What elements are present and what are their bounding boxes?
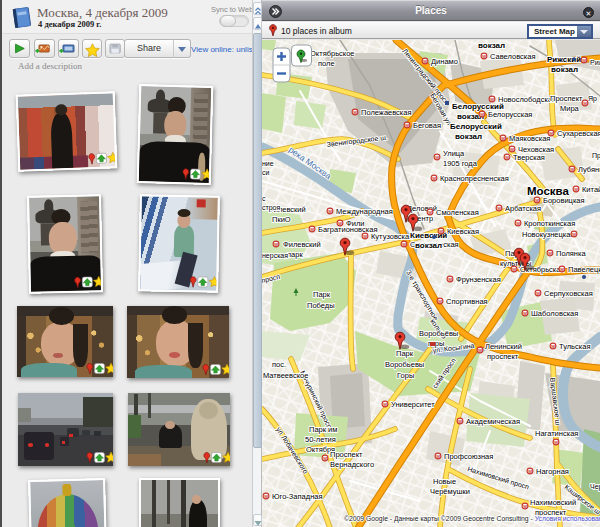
svg-text:Савеловская: Савеловская bbox=[490, 52, 535, 61]
svg-text:Юго-Западная: Юго-Западная bbox=[272, 492, 323, 501]
svg-text:Фрунзенская: Фрунзенская bbox=[456, 275, 501, 284]
svg-text:Парк: Парк bbox=[396, 349, 414, 358]
svg-text:Новокузнецкая: Новокузнецкая bbox=[522, 230, 575, 239]
svg-text:Улица: Улица bbox=[443, 149, 465, 158]
svg-text:парк: парк bbox=[287, 250, 303, 259]
svg-text:Победы: Победы bbox=[307, 301, 335, 310]
svg-text:строя: строя bbox=[262, 204, 280, 212]
svg-text:нерская: нерская bbox=[262, 252, 288, 260]
svg-text:Черёмушки: Черёмушки bbox=[430, 487, 470, 496]
svg-text:ПкиО: ПкиО bbox=[272, 215, 291, 224]
svg-text:си: си bbox=[262, 169, 270, 176]
svg-text:Спортивная: Спортивная bbox=[446, 297, 488, 306]
svg-text:Мира: Мира bbox=[560, 104, 580, 113]
svg-text:Динамо: Динамо bbox=[431, 57, 458, 66]
svg-text:Белорусский: Белорусский bbox=[452, 102, 504, 111]
svg-text:Тульская: Тульская bbox=[559, 342, 590, 351]
svg-text:Москва: Москва bbox=[527, 185, 570, 197]
svg-text:Белорусская: Белорусская bbox=[488, 110, 532, 119]
svg-text:Чер: Чер bbox=[590, 483, 600, 491]
svg-text:Октябрьское: Октябрьское bbox=[310, 49, 355, 58]
svg-text:Китай: Китай bbox=[582, 185, 600, 194]
svg-text:Кропоткинская: Кропоткинская bbox=[524, 219, 575, 228]
svg-text:Пр: Пр bbox=[592, 152, 600, 160]
svg-text:пос.: пос. bbox=[272, 360, 286, 369]
svg-text:Арбатская: Арбатская bbox=[505, 204, 541, 213]
svg-text:Лубянк: Лубянк bbox=[578, 165, 600, 174]
svg-text:50-летия: 50-летия bbox=[305, 435, 336, 444]
svg-text:Нагорная: Нагорная bbox=[536, 467, 569, 476]
svg-text:Новые: Новые bbox=[433, 477, 456, 486]
svg-text:Воробьёвы: Воробьёвы bbox=[419, 329, 458, 338]
svg-text:Полянка: Полянка bbox=[556, 249, 586, 258]
svg-text:Международная: Международная bbox=[336, 207, 393, 216]
svg-text:Профсоюзная: Профсоюзная bbox=[444, 452, 493, 461]
svg-text:поле: поле bbox=[318, 59, 335, 68]
svg-text:1905 года: 1905 года bbox=[443, 159, 478, 168]
svg-text:Нагатинская: Нагатинская bbox=[535, 429, 578, 438]
svg-text:Багратионовская: Багратионовская bbox=[318, 225, 377, 234]
svg-text:Ленинский: Ленинский bbox=[485, 342, 522, 351]
svg-text:проспект: проспект bbox=[487, 352, 519, 361]
svg-text:Воробьевы: Воробьевы bbox=[385, 360, 424, 369]
svg-text:Академическая: Академическая bbox=[466, 417, 520, 426]
svg-text:Полежаевская: Полежаевская bbox=[361, 108, 412, 117]
svg-text:с: с bbox=[262, 195, 266, 202]
svg-text:вокзал: вокзал bbox=[551, 65, 578, 74]
svg-text:вокзал: вокзал bbox=[415, 241, 442, 250]
svg-text:Сухаревская: Сухаревская bbox=[557, 129, 600, 138]
svg-text:вокзал: вокзал bbox=[455, 132, 482, 141]
svg-text:Новослободская: Новослободская bbox=[498, 95, 556, 104]
svg-text:Парк: Парк bbox=[313, 290, 331, 299]
svg-text:Киевская: Киевская bbox=[447, 227, 479, 236]
svg-text:ние: ние bbox=[262, 160, 274, 167]
svg-text:Матвеевское: Матвеевское bbox=[263, 371, 308, 380]
svg-text:Проспект: Проспект bbox=[330, 450, 363, 459]
svg-text:Вернадского: Вернадского bbox=[330, 460, 374, 469]
svg-text:Белорусский: Белорусский bbox=[450, 122, 502, 131]
svg-text:Проспект: Проспект bbox=[550, 94, 583, 103]
svg-text:Горы: Горы bbox=[397, 371, 414, 380]
svg-text:Смоленская: Смоленская bbox=[436, 208, 479, 217]
svg-text:Беговая: Беговая bbox=[413, 121, 441, 130]
svg-text:Шаболовская: Шаболовская bbox=[531, 309, 578, 318]
svg-text:Тверская: Тверская bbox=[513, 153, 545, 162]
svg-text:©2009 Google - Данные карты ©2: ©2009 Google - Данные карты ©2009 Geocen… bbox=[344, 515, 600, 523]
svg-text:Маяковская: Маяковская bbox=[509, 134, 550, 143]
svg-text:Университет: Университет bbox=[391, 400, 435, 409]
svg-text:Павелецкая: Павелецкая bbox=[568, 265, 600, 274]
svg-text:Яр: Яр bbox=[588, 95, 597, 103]
svg-text:Филевский: Филевский bbox=[283, 240, 321, 249]
svg-text:вокзал: вокзал bbox=[478, 41, 505, 50]
svg-text:Боровицкая: Боровицкая bbox=[543, 196, 585, 205]
svg-text:Парк им: Парк им bbox=[309, 425, 337, 434]
svg-text:Краснопресненская: Краснопресненская bbox=[440, 174, 509, 183]
svg-text:Кутузовская: Кутузовская bbox=[371, 232, 413, 241]
svg-text:Рижский: Рижский bbox=[547, 55, 581, 64]
svg-text:Нахимовский: Нахимовский bbox=[530, 498, 576, 507]
svg-text:Серпуховская: Серпуховская bbox=[544, 289, 593, 298]
svg-text:Риж: Риж bbox=[590, 59, 600, 66]
